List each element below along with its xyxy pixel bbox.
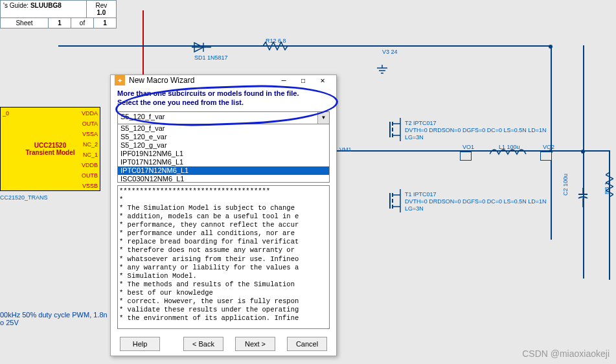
mosfet-icon [387,189,403,212]
title-block: 's Guide: SLUUBG8 Rev1.0 Sheet 1 of 1 [0,0,117,28]
label-c2: C2 100u [562,174,569,196]
ic-pin-vssb: VSSB [82,183,98,189]
list-item[interactable]: IPT017N12NM6_L1 [118,158,329,166]
note-l1: 00kHz 50% duty cycle PWM, 1.8n [0,311,108,319]
maximize-button[interactable]: ☐ [293,76,313,85]
close-button[interactable]: ✕ [313,76,332,85]
rev-value: 1.0 [97,9,106,16]
inductor-icon [490,148,529,157]
list-item[interactable]: S5_120_f_var [118,124,329,133]
wire [58,45,551,47]
next-button[interactable]: Next > [235,337,275,351]
sheet-num: 1 [58,19,62,27]
ic-pin-vssa: VSSA [82,131,98,137]
back-button[interactable]: < Back [183,337,223,351]
voltmeter-vo2 [540,152,552,161]
note-l2: o 25V [0,319,19,326]
help-button[interactable]: Help [120,337,160,351]
label-sd1: SD1 1N5817 [194,54,228,61]
rev-label: Rev [96,2,108,9]
dialog-message-2: Select the one you need from the list. [117,98,244,106]
label-t2-params: DVTH=0 DRDSON=0 DGFS=0 DC=0 LS=0.5N LD=1… [405,127,560,133]
node [549,45,553,49]
label-v3: V3 24 [382,49,398,55]
label-t1: T1 IPTC017 [405,191,437,198]
ic-pin-nc2: NC_2 [83,141,98,148]
ic-pin-outa: OUTA [82,120,98,127]
label-vo1: VO1 [462,144,474,150]
ic-name: UCC21520 [34,142,66,149]
label-t1-params: DVTH=0 DRDSON=0 DGFS=0 DC=0 LS=0.5N LD=1… [405,198,560,205]
ic-pin-vddb: VDDB [82,162,98,168]
combo-selected: S5_120_f_var [120,113,165,120]
guide-label: 's Guide: [3,2,29,9]
app-icon: ✦ [115,75,125,85]
chevron-down-icon[interactable]: ▼ [317,112,329,124]
guide-value: SLUUBG8 [30,2,62,9]
list-item[interactable]: S5_120_e_var [118,133,329,141]
ground-icon [376,65,389,75]
ic-pin-outb: OUTB [82,172,98,179]
ic-pin-vdda: VDDA [82,110,98,117]
list-item[interactable]: S5_120_g_var [118,141,329,150]
label-t2-lg: LG=3N [405,134,424,141]
dialog-title: New Macro Wizard [129,76,194,85]
dialog-titlebar[interactable]: ✦ New Macro Wizard — ☐ ✕ [111,75,336,85]
mosfet-icon [387,118,403,141]
minimize-button[interactable]: — [274,76,293,85]
wire [583,45,584,279]
note-text: 00kHz 50% duty cycle PWM, 1.8n o 25V [0,311,108,326]
dialog-message-1: More than one subcircuits or models foun… [117,89,299,97]
resistor-icon [259,41,291,51]
voltmeter-vo1 [460,152,472,161]
capacitor-icon [578,188,588,207]
cancel-button[interactable]: Cancel [287,337,327,351]
resistor-icon [606,168,613,201]
list-item[interactable]: IPTC017N12NM6_L1 [118,166,329,175]
wire [551,45,552,240]
label-t1-lg: LG=3N [405,205,424,212]
model-listbox[interactable]: S5_120_f_varS5_120_e_varS5_120_g_varIPF0… [117,124,330,183]
watermark: CSDN @miaoxiaokeji [522,348,610,359]
label-t2: T2 IPTC017 [405,120,437,126]
ic-refdes: CC21520_TRANS [0,194,48,201]
node [581,150,585,154]
ic-pin-nc1: NC_1 [83,152,98,158]
model-select-combo[interactable]: S5_120_f_var ▼ [117,111,330,124]
label-vo2: VO2 [543,144,554,150]
ic-block[interactable]: UCC21520 Transient Model _0 VDDA OUTA VS… [0,107,100,191]
ic-pin-left: _0 [3,110,9,117]
label-vm1: VM1 [339,146,352,153]
model-description[interactable]: ************************************* * … [117,185,330,329]
ic-model: Transient Model [25,149,74,156]
sheet-label: Sheet [1,18,49,28]
list-item[interactable]: ISC030N12NM6_L1 [118,175,329,183]
of-label: of [71,18,94,28]
diode-icon [192,41,211,53]
list-item[interactable]: IPF019N12NM6_L1 [118,150,329,158]
macro-wizard-dialog: ✦ New Macro Wizard — ☐ ✕ More than one s… [110,74,337,356]
sheet-total: 1 [103,19,107,27]
